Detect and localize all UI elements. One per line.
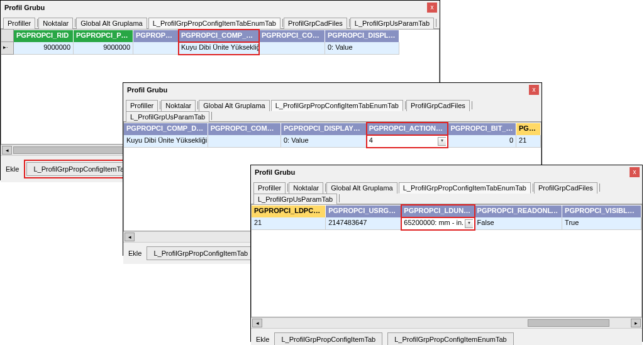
row-indicator-icon: ▸· <box>3 44 8 50</box>
scroll-thumb[interactable] <box>528 319 609 327</box>
cell[interactable] <box>208 135 281 148</box>
ekle-label: Ekle <box>128 249 142 257</box>
tab-global[interactable]: Global Alt Gruplama <box>199 100 269 111</box>
cell-ldunit[interactable]: 65200000: mm - in. ▾ <box>401 217 474 230</box>
highlight-frame: L_ProfilGrpPropConfigItemTab <box>24 160 137 178</box>
col-comp-desc[interactable]: PGPROPCI_COMP_DESC <box>124 123 208 135</box>
col-rid[interactable]: PGPROPCI_RID <box>14 30 74 42</box>
titlebar: Profil Grubu x <box>1 1 440 14</box>
tab-separator <box>160 101 160 109</box>
cell[interactable]: 9000000 <box>74 42 133 55</box>
table-row[interactable]: 21 2147483647 65200000: mm - in. ▾ False… <box>252 217 641 230</box>
cell-comp-desc[interactable]: Kuyu Dibi Ünite Yüksekliği <box>179 42 259 55</box>
tab-separator <box>325 183 326 192</box>
col-pgpro[interactable]: PGPRO <box>516 123 541 135</box>
config-item-button[interactable]: L_ProfilGrpPropConfigItemTab <box>274 332 382 345</box>
tab-separator <box>533 183 533 192</box>
close-icon[interactable]: x <box>427 3 437 13</box>
col-d[interactable]: PGPROPCI_D <box>133 30 179 42</box>
horizontal-scrollbar[interactable]: ◂ ▸ <box>251 317 642 328</box>
tab-usparam[interactable]: L_ProfilGrpUsParamTab <box>126 111 209 122</box>
config-item-button[interactable]: L_ProfilGrpPropConfigItemTab <box>26 162 135 176</box>
tab-cad[interactable]: ProfilGrpCadFiles <box>534 182 597 194</box>
close-icon[interactable]: x <box>529 85 539 95</box>
config-item-enum-button[interactable]: L_ProfilGrpPropConfigItemEnumTab <box>387 332 514 345</box>
tab-usparam[interactable]: L_ProfilGrpUsParamTab <box>350 18 434 29</box>
titlebar: Profil Grubu x <box>251 165 642 179</box>
cell[interactable]: 21 <box>252 217 326 230</box>
col-comp-val[interactable]: PGPROPCI_COMP_VAL <box>208 123 281 135</box>
tab-config-enum[interactable]: L_ProfilGrpPropConfigItemTabEnumTab <box>271 100 403 111</box>
window-title: Profil Grubu <box>255 168 295 176</box>
tab-global[interactable]: Global Alt Gruplama <box>326 182 397 194</box>
col-display[interactable]: PGPROPCI_DISPLAY_TYPE <box>325 30 399 42</box>
grid: PGPROPCI_LDPCAT_RID PGPROPCI_USRGRP_BITS… <box>251 204 642 317</box>
col-comp-desc[interactable]: PGPROPCI_COMP_DESC <box>179 30 259 42</box>
cell[interactable] <box>133 42 179 55</box>
col-display[interactable]: PGPROPCI_DISPLAY_TYPE <box>281 123 367 135</box>
table-row[interactable]: ▸· 9000000 9000000 Kuyu Dibi Ünite Yükse… <box>1 42 439 55</box>
tab-separator <box>197 101 198 109</box>
window-title: Profil Grubu <box>4 4 45 11</box>
tab-cad[interactable]: ProfilGrpCadFiles <box>284 18 347 29</box>
tab-separator <box>339 194 340 202</box>
tab-config-enum[interactable]: L_ProfilGrpPropConfigItemTabEnumTab <box>399 182 531 194</box>
grid-header: PGPROPCI_RID PGPROPCI_PG_RID PGPROPCI_D … <box>1 30 439 42</box>
tab-profiller[interactable]: Profiller <box>3 18 35 29</box>
window-3: Profil Grubu x Profiller Noktalar Global… <box>250 165 643 342</box>
tab-profiller[interactable]: Profiller <box>253 182 286 194</box>
col-ldunit[interactable]: PGPROPCI_LDUNIT_RID <box>401 205 474 217</box>
col-usrgrp[interactable]: PGPROPCI_USRGRP_BITS <box>326 205 401 217</box>
col-readonly[interactable]: PGPROPCI_READONLY_RULE <box>475 205 562 217</box>
scroll-left-icon[interactable]: ◂ <box>125 233 135 241</box>
grid-header: PGPROPCI_LDPCAT_RID PGPROPCI_USRGRP_BITS… <box>252 205 641 217</box>
col-comp-val[interactable]: PGPROPCI_COMP_VAL <box>259 30 325 42</box>
tab-global[interactable]: Global Alt Gruplama <box>76 18 147 29</box>
cell[interactable] <box>259 42 325 55</box>
close-icon[interactable]: x <box>630 167 640 177</box>
tab-profiller[interactable]: Profiller <box>126 100 158 111</box>
row-indicator-cell: ▸· <box>1 42 14 55</box>
dropdown-icon[interactable]: ▾ <box>438 137 446 146</box>
tab-noktalar[interactable]: Noktalar <box>38 18 73 29</box>
tab-separator <box>37 19 38 27</box>
cell[interactable]: 0: Value <box>281 135 367 148</box>
ekle-label: Ekle <box>6 165 19 173</box>
rowhandle-header <box>1 30 14 42</box>
tab-noktalar[interactable]: Noktalar <box>161 100 196 111</box>
tab-separator <box>282 19 283 27</box>
dropdown-icon[interactable]: ▾ <box>465 219 473 228</box>
grid-header: PGPROPCI_COMP_DESC PGPROPCI_COMP_VAL PGP… <box>124 123 541 135</box>
col-bitmask[interactable]: PGPROPCI_BIT_MASK <box>448 123 516 135</box>
cell[interactable]: 21 <box>516 135 541 148</box>
scroll-left-icon[interactable]: ◂ <box>2 146 12 155</box>
cell[interactable]: 9000000 <box>14 42 74 55</box>
cell[interactable]: 0 <box>448 135 516 148</box>
tab-noktalar[interactable]: Noktalar <box>289 182 323 194</box>
tab-separator <box>75 19 75 27</box>
tab-separator <box>349 19 350 27</box>
tab-separator <box>211 112 212 120</box>
config-item-button[interactable]: L_ProfilGrpPropConfigItemTab <box>147 246 255 260</box>
scroll-left-icon[interactable]: ◂ <box>252 319 262 327</box>
tab-separator <box>472 101 472 109</box>
tab-cad[interactable]: ProfilGrpCadFiles <box>406 100 470 111</box>
tab-separator <box>287 183 288 192</box>
tab-usparam[interactable]: L_ProfilGrpUsParamTab <box>253 194 337 204</box>
col-ldpcat[interactable]: PGPROPCI_LDPCAT_RID <box>252 205 326 217</box>
col-action-mode[interactable]: PGPROPCI_ACTION_MODE <box>367 123 448 135</box>
scroll-right-icon[interactable]: ▸ <box>631 319 641 327</box>
cell[interactable]: 2147483647 <box>326 217 401 230</box>
tab-separator <box>405 101 406 109</box>
col-visible[interactable]: PGPROPCI_VISIBLE_RULE <box>562 205 641 217</box>
cell-action-mode[interactable]: 4 ▾ <box>367 135 448 148</box>
cell[interactable]: 0: Value <box>325 42 399 55</box>
cell[interactable]: Kuyu Dibi Ünite Yüksekliği <box>124 135 208 148</box>
cell[interactable]: True <box>562 217 641 230</box>
cell[interactable]: False <box>475 217 562 230</box>
table-row[interactable]: Kuyu Dibi Ünite Yüksekliği 0: Value 4 ▾ … <box>124 135 541 148</box>
scroll-thumb[interactable] <box>13 146 126 154</box>
tab-config-enum[interactable]: L_ProfilGrpPropConfigItemTabEnumTab <box>148 18 280 29</box>
tabs: Profiller Noktalar Global Alt Gruplama L… <box>1 14 440 29</box>
col-pg-rid[interactable]: PGPROPCI_PG_RID <box>74 30 133 42</box>
